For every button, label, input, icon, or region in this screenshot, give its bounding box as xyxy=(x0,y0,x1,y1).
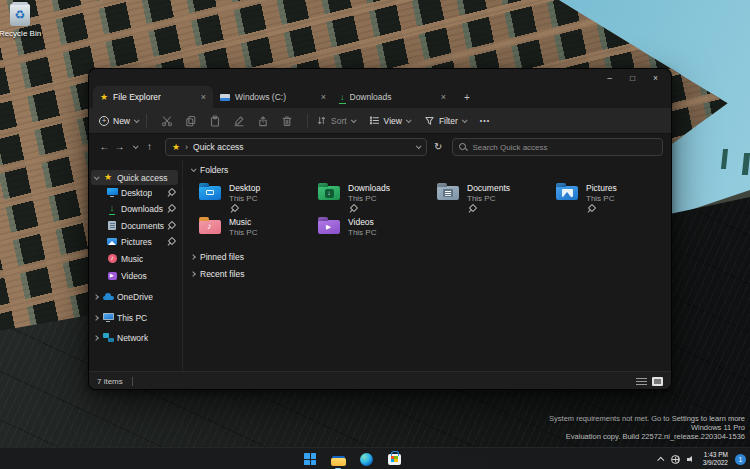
sidebar-item-desktop[interactable]: Desktop xyxy=(91,185,178,200)
system-tray: 1:43 PM 3/9/2022 1 xyxy=(659,448,746,469)
tab-downloads[interactable]: ↓ Downloads × xyxy=(333,86,453,108)
pinned-files-section-header[interactable]: Pinned files xyxy=(191,252,244,262)
breadcrumb-separator: › xyxy=(185,142,188,152)
section-label: Folders xyxy=(200,165,228,175)
maximize-button[interactable]: □ xyxy=(621,71,644,85)
tile-location: This PC xyxy=(467,194,495,203)
sidebar-item-documents[interactable]: Documents xyxy=(91,218,178,233)
tile-location: This PC xyxy=(229,228,257,237)
details-view-icon[interactable] xyxy=(636,377,647,386)
back-button[interactable]: ← xyxy=(97,142,112,152)
pin-icon xyxy=(467,204,475,212)
taskbar-store-button[interactable] xyxy=(386,451,402,467)
search-box[interactable] xyxy=(452,138,663,156)
navigation-pane: ★ Quick access Desktop ↓ Downloads xyxy=(89,160,183,371)
filter-button[interactable]: Filter xyxy=(424,115,466,126)
items-count: 7 items xyxy=(97,377,123,386)
start-button[interactable] xyxy=(302,451,318,467)
tile-name: Desktop xyxy=(229,183,260,193)
large-icons-view-icon[interactable] xyxy=(652,377,663,386)
forward-button[interactable]: → xyxy=(112,142,127,152)
recycle-bin-shortcut[interactable]: ♻ Recycle Bin xyxy=(0,4,49,38)
recent-locations-button[interactable] xyxy=(127,145,142,149)
cloud-icon xyxy=(101,293,115,300)
store-icon xyxy=(388,454,401,465)
folder-tile-music[interactable]: ♪ Music This PC xyxy=(199,216,313,250)
desktop-icon xyxy=(105,188,119,197)
toolbar-divider xyxy=(146,114,147,128)
paste-button[interactable] xyxy=(203,112,227,130)
folder-tile-desktop[interactable]: Desktop This PC xyxy=(199,182,313,216)
share-button[interactable] xyxy=(251,112,275,130)
view-toggles xyxy=(636,377,663,386)
up-button[interactable]: ↑ xyxy=(142,142,157,152)
sidebar-item-videos[interactable]: ▶ Videos xyxy=(91,268,178,283)
recent-files-section-header[interactable]: Recent files xyxy=(191,269,244,279)
add-tab-button[interactable]: + xyxy=(459,89,475,105)
breadcrumb-location[interactable]: Quick access xyxy=(193,142,244,152)
chevron-down-icon[interactable] xyxy=(91,176,101,180)
chevron-down-icon xyxy=(406,117,412,123)
minimize-button[interactable]: – xyxy=(598,71,621,85)
address-bar[interactable]: ★ › Quick access xyxy=(165,138,427,156)
notification-badge[interactable]: 1 xyxy=(735,454,746,465)
folders-section-header[interactable]: Folders xyxy=(191,165,228,175)
desktop-folder-icon xyxy=(199,186,221,200)
tab-file-explorer[interactable]: ★ File Explorer × xyxy=(93,86,213,108)
close-tab-icon[interactable]: × xyxy=(441,93,446,102)
toolbar-divider xyxy=(307,114,308,128)
tab-windows-c[interactable]: Windows (C:) × xyxy=(213,86,333,108)
delete-button[interactable] xyxy=(275,112,299,130)
view-button[interactable]: View xyxy=(369,115,410,126)
refresh-button[interactable]: ↻ xyxy=(434,142,442,152)
tile-name: Downloads xyxy=(348,183,390,193)
copy-button[interactable] xyxy=(179,112,203,130)
folder-tile-videos[interactable]: ▶ Videos This PC xyxy=(318,216,432,250)
folder-tile-downloads[interactable]: ↓ Downloads This PC xyxy=(318,182,432,216)
close-button[interactable]: × xyxy=(644,71,667,85)
sidebar-item-music[interactable]: ♪ Music xyxy=(91,251,178,266)
network-tray-icon[interactable] xyxy=(671,455,680,464)
sidebar-item-pictures[interactable]: Pictures xyxy=(91,234,178,249)
sidebar-item-label: Downloads xyxy=(121,204,163,214)
chevron-right-icon[interactable] xyxy=(91,295,101,299)
search-input[interactable] xyxy=(472,143,656,152)
close-tab-icon[interactable]: × xyxy=(201,93,206,102)
close-tab-icon[interactable]: × xyxy=(321,93,326,102)
see-more-button[interactable]: ••• xyxy=(480,117,490,124)
new-icon: + xyxy=(99,116,109,126)
filter-icon xyxy=(424,115,435,126)
sidebar-item-onedrive[interactable]: OneDrive xyxy=(91,289,178,304)
cut-icon xyxy=(161,115,173,127)
sort-button[interactable]: Sort xyxy=(316,115,355,126)
cut-button[interactable] xyxy=(155,112,179,130)
sidebar-item-quick-access[interactable]: ★ Quick access xyxy=(91,170,178,185)
clock[interactable]: 1:43 PM 3/9/2022 xyxy=(703,451,728,468)
new-button[interactable]: + New xyxy=(99,116,138,126)
view-label: View xyxy=(384,116,402,126)
sidebar-item-network[interactable]: Network xyxy=(91,330,178,345)
chevron-right-icon[interactable] xyxy=(91,316,101,320)
folder-tile-pictures[interactable]: Pictures This PC xyxy=(556,182,670,216)
documents-folder-icon xyxy=(437,186,459,200)
recycle-bin-label: Recycle Bin xyxy=(0,29,49,38)
sidebar-item-label: This PC xyxy=(117,313,147,323)
folder-tile-documents[interactable]: Documents This PC xyxy=(437,182,551,216)
taskbar-file-explorer-button[interactable] xyxy=(330,451,346,467)
sort-label: Sort xyxy=(331,116,347,126)
titlebar[interactable]: – □ × xyxy=(89,69,671,86)
rename-button[interactable] xyxy=(227,112,251,130)
computer-icon xyxy=(101,313,115,322)
window-controls: – □ × xyxy=(598,71,667,85)
sidebar-item-downloads[interactable]: ↓ Downloads xyxy=(91,201,178,216)
desktop-screen: ♻ Recycle Bin System requirements not me… xyxy=(0,0,750,469)
sidebar-item-label: Videos xyxy=(121,271,147,281)
evaluation-watermark: System requirements not met. Go to Setti… xyxy=(549,414,745,441)
address-dropdown-icon[interactable] xyxy=(416,143,422,149)
sidebar-item-label: Desktop xyxy=(121,188,152,198)
hidden-icons-chevron-icon[interactable] xyxy=(657,456,664,463)
chevron-right-icon[interactable] xyxy=(91,336,101,340)
sidebar-item-this-pc[interactable]: This PC xyxy=(91,310,178,325)
taskbar-edge-button[interactable] xyxy=(358,451,374,467)
volume-icon[interactable] xyxy=(687,455,696,464)
